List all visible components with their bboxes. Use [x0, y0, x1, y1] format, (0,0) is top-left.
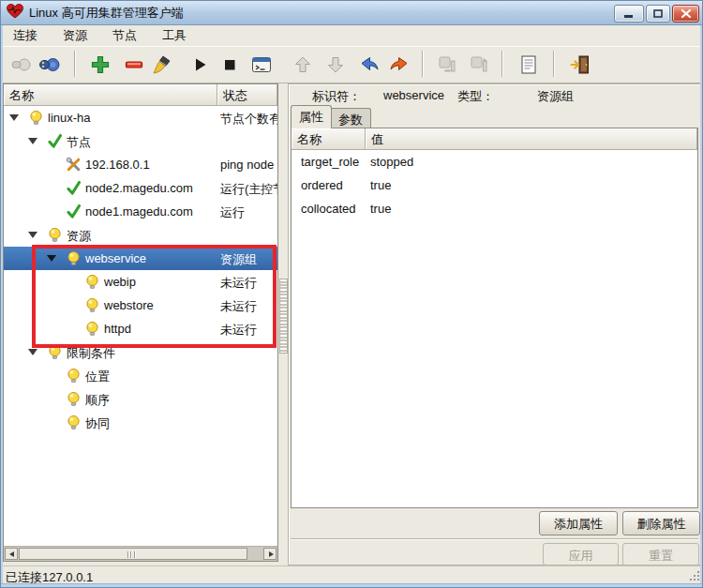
tree-row-nodes[interactable]: 节点 [4, 129, 277, 153]
attribute-row-target_role[interactable]: target_rolestopped [292, 150, 697, 173]
column-header-name[interactable]: 名称 [4, 84, 217, 106]
window-border-bottom [1, 583, 702, 588]
standby-2-icon [466, 52, 492, 78]
tree-row-resources[interactable]: 资源 [4, 223, 277, 247]
menu-item-nodes[interactable]: 节点 [106, 25, 143, 46]
attribute-value: stopped [370, 155, 413, 169]
bulb-icon [84, 297, 100, 313]
bulb-icon [47, 344, 63, 360]
standby-1-icon [434, 52, 460, 78]
tree-item-label: 协同 [85, 415, 110, 432]
attribute-name: ordered [301, 178, 343, 192]
stop-icon[interactable] [217, 52, 243, 78]
tree-item-status: 资源组 [220, 251, 257, 268]
tree-item-label: node2.magedu.com [85, 181, 193, 195]
bulb-icon [66, 368, 82, 384]
bulb-icon [66, 415, 82, 430]
start-icon[interactable] [187, 52, 213, 78]
expander-icon[interactable] [28, 232, 37, 238]
toolbar [3, 46, 700, 83]
redo-icon[interactable] [385, 52, 411, 78]
tree-item-label: 顺序 [85, 392, 110, 409]
column-header-status[interactable]: 状态 [217, 84, 277, 106]
tab-parameters[interactable]: 参数 [330, 108, 371, 128]
attribute-name: collocated [301, 202, 356, 216]
tree-item-status: 运行 [220, 204, 245, 221]
apply-button[interactable]: 应用 [543, 543, 619, 565]
maximize-button[interactable] [646, 5, 670, 23]
attributes-table-header: 名称 值 [292, 128, 697, 150]
connect-icon[interactable] [37, 52, 63, 78]
tree-item-label: 节点 [67, 134, 91, 151]
check-icon [66, 180, 82, 196]
attr-column-name[interactable]: 名称 [292, 128, 366, 150]
scroll-left-button[interactable] [5, 548, 18, 560]
add-attribute-button[interactable]: 添加属性 [539, 511, 618, 535]
tree-item-status: ping node [220, 158, 274, 172]
menu-item-connection[interactable]: 连接 [7, 25, 44, 46]
menu-item-resources[interactable]: 资源 [56, 25, 94, 46]
reset-button[interactable]: 重置 [622, 543, 699, 565]
expander-icon[interactable] [28, 349, 37, 355]
tree-row-colocation[interactable]: 协同 [4, 411, 277, 434]
expander-icon[interactable] [9, 114, 19, 121]
attribute-row-collocated[interactable]: collocatedtrue [292, 197, 697, 220]
bulb-icon [66, 391, 82, 407]
window-border-right [700, 25, 702, 588]
tree-row-linux-ha[interactable]: linux-ha节点个数有 [4, 106, 277, 129]
toolbar-separator [501, 51, 502, 77]
splitter-grip-icon[interactable] [279, 279, 288, 354]
toolbar-separator [553, 51, 554, 77]
tree-row-node1[interactable]: node1.magedu.com运行 [4, 200, 277, 223]
cleanup-icon[interactable] [149, 52, 175, 78]
console-icon[interactable] [248, 52, 275, 78]
tree-row-constraints[interactable]: 限制条件 [4, 340, 277, 364]
bulb-icon [84, 274, 100, 290]
scroll-right-button[interactable] [263, 548, 277, 560]
minimize-button[interactable] [614, 5, 644, 23]
remove-resource-icon[interactable] [121, 52, 147, 78]
window-border-left [1, 25, 3, 588]
menu-item-tools[interactable]: 工具 [156, 25, 193, 46]
attribute-row-ordered[interactable]: orderedtrue [292, 173, 697, 197]
tree-row-placement[interactable]: 位置 [4, 364, 277, 387]
undo-icon[interactable] [357, 52, 383, 78]
close-button[interactable] [672, 5, 699, 23]
identifier-label: 标识符： [312, 88, 361, 105]
tree-row-httpd[interactable]: httpd未运行 [4, 317, 277, 340]
bulb-icon [28, 110, 44, 126]
tree-item-label: webip [104, 275, 136, 289]
tree-row-webip[interactable]: webip未运行 [4, 270, 277, 294]
move-up-icon [290, 52, 316, 78]
connection-status: 已连接127.0.0.1 [6, 570, 93, 584]
tree-row-order[interactable]: 顺序 [4, 387, 277, 411]
tab-attributes[interactable]: 属性 [291, 105, 332, 128]
window-title: Linux 高可用集群管理客户端 [29, 5, 184, 22]
attribute-value: true [370, 178, 391, 192]
attribute-value: true [370, 202, 391, 216]
tools-icon [66, 157, 82, 173]
tree-item-label: 位置 [85, 369, 110, 385]
view-log-icon[interactable] [516, 52, 542, 78]
add-resource-icon[interactable] [87, 52, 113, 78]
tree-header: 名称 状态 [4, 84, 277, 106]
check-icon [47, 133, 63, 149]
exit-icon[interactable] [567, 52, 593, 78]
tree-item-status: 运行(主控节 [220, 181, 277, 198]
check-icon [66, 204, 82, 219]
tree-row-webservice[interactable]: webservice资源组 [4, 247, 277, 270]
delete-attribute-button[interactable]: 删除属性 [622, 511, 700, 535]
expander-icon[interactable] [47, 255, 56, 262]
panel-splitter[interactable] [278, 83, 288, 562]
attr-column-value[interactable]: 值 [366, 128, 697, 150]
tree-item-status: 未运行 [220, 322, 257, 339]
tree-item-label: 限制条件 [67, 345, 115, 362]
scrollbar-thumb[interactable] [19, 548, 247, 560]
horizontal-scrollbar[interactable] [4, 546, 277, 561]
attributes-table-body: target_rolestoppedorderedtruecollocatedt… [292, 150, 697, 220]
tree-item-status: 节点个数有 [220, 111, 277, 128]
tree-row-webstore[interactable]: webstore未运行 [4, 294, 277, 317]
tree-row-ping-node[interactable]: 192.168.0.1ping node [4, 153, 277, 176]
expander-icon[interactable] [28, 138, 37, 144]
tree-row-node2[interactable]: node2.magedu.com运行(主控节 [4, 176, 277, 200]
